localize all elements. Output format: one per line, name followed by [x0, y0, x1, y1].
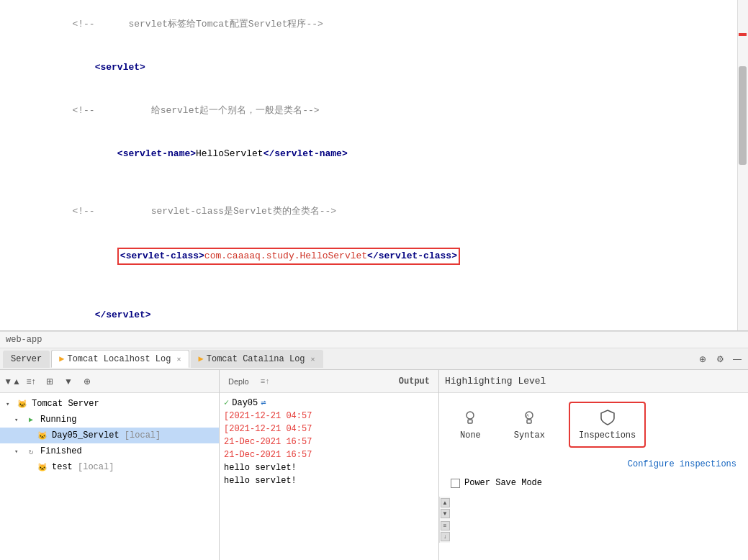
tree-label-running: Running [40, 415, 76, 425]
hl-inspections-label: Inspections [579, 430, 636, 441]
tab-tomcat-localhost[interactable]: ▶ Tomcat Localhost Log ✕ [51, 350, 189, 368]
tree-item-test[interactable]: 🐱 test [local] [0, 459, 219, 475]
tree-arrow: ▾ [6, 400, 16, 408]
none-icon [461, 409, 479, 426]
log-line: 21-Dec-2021 16:57 [224, 448, 434, 461]
tree-label-tomcat-server: Tomcat Server [32, 399, 99, 409]
tab-tomcat-catalina-icon: ▶ [199, 353, 204, 364]
tree-item-day05[interactable]: 🐱 Day05_Servlet [local] [0, 428, 219, 443]
add-config-btn[interactable]: ⊕ [79, 374, 95, 389]
scroll-btn-4[interactable]: ↓ [441, 532, 450, 541]
expand-btn[interactable]: ▼ [60, 374, 76, 389]
code-line: <servlet-class>com.caaaaq.study.HelloSer… [0, 233, 748, 279]
power-save-checkbox[interactable] [451, 479, 460, 488]
log-line: [2021-12-21 04:57 [224, 410, 434, 423]
svg-rect-1 [468, 420, 472, 423]
breadcrumb-bar: web-app [0, 331, 748, 348]
highlighting-title: Highlighting Level [445, 376, 546, 387]
code-line: <servlet-name>HelloServlet</servlet-name… [0, 132, 748, 176]
logs-header: Deplo ≡↑ Output [220, 370, 438, 393]
tree-item-tomcat-server[interactable]: ▾ 🐱 Tomcat Server [0, 396, 219, 412]
code-line [0, 176, 748, 190]
syntax-icon: A [521, 409, 538, 426]
breadcrumb: web-app [6, 335, 42, 345]
svg-text:A: A [526, 413, 529, 418]
hl-none-label: None [460, 430, 481, 441]
tab-tomcat-catalina-close[interactable]: ✕ [311, 355, 315, 363]
tree-label-test: test [local] [52, 462, 114, 472]
code-line: <servlet> [0, 46, 748, 89]
svg-point-0 [467, 412, 474, 419]
editor-scrollbar-thumb[interactable] [739, 66, 747, 166]
scroll-down-btn[interactable]: ▼ [441, 509, 450, 518]
editor-scrollbar[interactable] [737, 0, 748, 330]
scroll-up-btn[interactable]: ▲ [441, 498, 450, 507]
power-save-label: Power Save Mode [464, 478, 542, 488]
code-line: </servlet> [0, 294, 748, 331]
collapse-all-btn[interactable]: ▼▲ [4, 374, 20, 389]
tab-tomcat-localhost-close[interactable]: ✕ [176, 355, 181, 363]
code-line: <!-- 给servlet起一个别名，一般是类名--> [0, 89, 748, 132]
log-line: 21-Dec-2021 16:57 [224, 435, 434, 448]
services-toolbar: ▼▲ ≡↑ ⊞ ▼ ⊕ [0, 370, 219, 393]
tree-arrow: ▾ [14, 416, 24, 424]
red-box-highlight: <servlet-class>com.caaaaq.study.HelloSer… [117, 248, 460, 265]
deploy-check-icon: ✓ [224, 397, 229, 408]
bottom-tabs-bar: Server ▶ Tomcat Localhost Log ✕ ▶ Tomcat… [0, 348, 748, 370]
right-scrollbar: ▲ ▼ ≡ ↓ [439, 497, 450, 543]
hl-syntax-label: Syntax [514, 430, 545, 441]
tree-item-running[interactable]: ▾ ▶ Running [0, 412, 219, 428]
add-tab-btn[interactable]: ⊕ [695, 351, 711, 367]
tree-arrow [26, 432, 36, 439]
code-line [0, 279, 748, 294]
code-line: <!-- servlet-class是Servlet类的全类名--> [0, 190, 748, 233]
tab-server[interactable]: Server [3, 351, 50, 368]
log-line: hello servlet! [224, 474, 434, 487]
deploy-item: ✓ Day05 ⇌ [224, 396, 434, 410]
logs-content: ✓ Day05 ⇌ [2021-12-21 04:57 [2021-12-21 … [220, 393, 438, 560]
deplo-button[interactable]: Deplo [225, 376, 252, 387]
tree-arrow: ▾ [14, 448, 24, 456]
logs-panel: Deplo ≡↑ Output ✓ Day05 ⇌ [2021-12-21 04… [220, 370, 439, 560]
tab-tomcat-catalina-label: Tomcat Catalina Log [207, 354, 305, 364]
highlighting-options: None A Syntax [451, 402, 736, 448]
tree-label-day05: Day05_Servlet [local] [52, 430, 161, 441]
settings-btn[interactable]: ⚙ [712, 351, 728, 367]
deploy-arrows-icon: ⇌ [261, 397, 266, 408]
highlighting-content: None A Syntax [439, 393, 748, 497]
hl-option-inspections[interactable]: Inspections [569, 402, 646, 448]
hl-option-syntax[interactable]: A Syntax [505, 402, 554, 447]
scroll-btn-3[interactable]: ≡ [441, 521, 450, 530]
tree-label-finished: Finished [40, 446, 82, 456]
bottom-main: ▼▲ ≡↑ ⊞ ▼ ⊕ ▾ 🐱 Tomcat Server ▾ ▶ Runnin… [0, 370, 748, 560]
highlighting-header: Highlighting Level [439, 370, 748, 393]
tab-tomcat-catalina[interactable]: ▶ Tomcat Catalina Log ✕ [191, 350, 323, 368]
log-line: [2021-12-21 04:57 [224, 423, 434, 435]
finished-icon: ↻ [24, 446, 37, 457]
tab-tomcat-localhost-label: Tomcat Localhost Log [67, 354, 171, 364]
log-line: hello servlet! [224, 461, 434, 474]
tree-arrow [26, 464, 36, 471]
code-editor[interactable]: <!-- servlet标签给Tomcat配置Servlet程序--> <ser… [0, 0, 748, 331]
bottom-panel: Server ▶ Tomcat Localhost Log ✕ ▶ Tomcat… [0, 348, 748, 560]
filter-btn[interactable]: ⊞ [42, 374, 58, 389]
tree-item-finished[interactable]: ▾ ↻ Finished [0, 443, 219, 459]
hl-option-none[interactable]: None [451, 402, 490, 447]
minimize-btn[interactable]: — [729, 351, 745, 367]
tomcat-icon: 🐱 [16, 398, 29, 410]
tab-tomcat-localhost-icon: ▶ [59, 353, 64, 364]
run-icon: ▶ [24, 414, 37, 425]
output-label: Output [399, 376, 430, 387]
deploy-label: Day05 [232, 398, 258, 408]
sort-btn[interactable]: ≡↑ [23, 374, 39, 389]
editor-content: <!-- servlet标签给Tomcat配置Servlet程序--> <ser… [0, 0, 748, 331]
highlighting-panel: Highlighting Level None [439, 370, 748, 560]
sort-lines-icon: ≡↑ [261, 377, 270, 386]
test-icon: 🐱 [36, 461, 49, 473]
tomcat-app-icon: 🐱 [36, 430, 49, 441]
configure-inspections-link[interactable]: Configure inspections [451, 459, 736, 469]
inspections-icon [599, 409, 616, 426]
scroll-indicator-red [739, 33, 747, 36]
services-panel: ▼▲ ≡↑ ⊞ ▼ ⊕ ▾ 🐱 Tomcat Server ▾ ▶ Runnin… [0, 370, 220, 560]
services-tree[interactable]: ▾ 🐱 Tomcat Server ▾ ▶ Running 🐱 Day05_Se… [0, 393, 219, 560]
